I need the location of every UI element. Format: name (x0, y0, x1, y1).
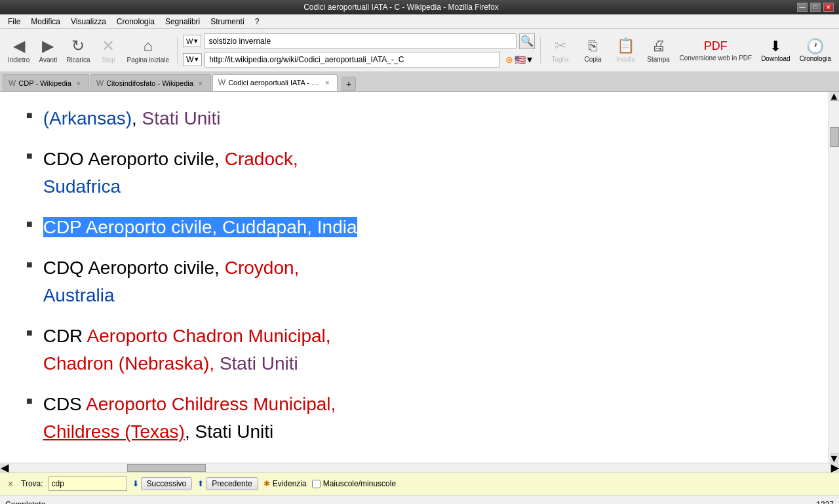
link-arkansas[interactable]: (Arkansas) (43, 108, 132, 128)
search-engine-selector[interactable]: W ▾ (183, 35, 201, 47)
find-input[interactable] (49, 476, 127, 491)
download-button[interactable]: ⬇ Download (758, 35, 792, 65)
minimize-button[interactable]: — (797, 3, 808, 12)
link-childress-airport[interactable]: Aeroporto Childress Municipal, (86, 394, 336, 414)
paste-icon: 📋 (617, 37, 634, 54)
new-tab-button[interactable]: + (341, 77, 356, 91)
rss-icon: ⊛ (505, 54, 513, 65)
home-icon: ⌂ (143, 37, 153, 55)
menu-modifica[interactable]: Modifica (26, 16, 66, 28)
find-close-button[interactable]: × (5, 478, 16, 489)
highlight-icon: ✱ (263, 479, 270, 488)
print-button[interactable]: 🖨 Stampa (644, 35, 673, 66)
status-count: 1337 (816, 500, 834, 505)
cds-suffix: , Stati Uniti (185, 421, 273, 442)
cdq-desc: Aeroporto civile, (84, 258, 225, 278)
link-statiuniti-cdr: Stati Uniti (220, 353, 298, 374)
bullet-arkansas: ■ (26, 107, 33, 123)
nav-separator (177, 37, 178, 64)
reload-icon: ↻ (71, 37, 85, 55)
cut-button[interactable]: ✂ Taglia (546, 35, 575, 66)
menu-visualizza[interactable]: Visualizza (66, 16, 111, 28)
maximize-button[interactable]: □ (810, 3, 821, 12)
bullet-cdo: ■ (26, 148, 33, 164)
wiki-search-icon: W (186, 37, 193, 45)
cronologia-button[interactable]: 🕐 Cronologia (797, 35, 834, 65)
code-cds: CDS (43, 394, 82, 414)
search-dropdown-icon: ▾ (194, 37, 198, 45)
url-prefix[interactable]: W ▾ (183, 53, 202, 66)
scrollbar-up-button[interactable]: ▲ (830, 92, 839, 101)
page-content: ■ (Arkansas), Stati Uniti ■ CDO Aeroport… (0, 92, 829, 463)
item-text-cdo: CDO Aeroporto civile, Cradock, Sudafrica (43, 145, 802, 201)
search-row: W ▾ 🔍 (183, 33, 535, 49)
page-wrapper: ■ (Arkansas), Stati Uniti ■ CDO Aeroport… (0, 92, 839, 463)
list-item-cds: ■ CDS Aeroporto Childress Municipal, Chi… (26, 391, 802, 446)
tab-citosindifosfato[interactable]: W Citosindifosfato - Wikipedia × (90, 74, 211, 91)
menu-cronologia[interactable]: Cronologia (111, 16, 160, 28)
tab-close-codici[interactable]: × (322, 78, 332, 87)
find-prev-wrapper: ⬆ Precedente (197, 477, 258, 490)
search-magnifier-icon: 🔍 (520, 35, 534, 47)
link-sudafrica[interactable]: Sudafrica (43, 176, 121, 197)
pdf-icon: PDF (704, 39, 728, 53)
menu-help[interactable]: ? (250, 16, 265, 28)
find-case-checkbox[interactable] (312, 480, 321, 488)
item-text-cds: CDS Aeroporto Childress Municipal, Child… (43, 391, 802, 446)
stop-button[interactable]: ✕ Stop (95, 34, 121, 66)
link-childress-city[interactable]: Childress (Texas) (43, 421, 185, 442)
code-cdo: CDO (43, 149, 84, 169)
tab-cdp[interactable]: W CDP - Wikipedia × (3, 74, 89, 91)
link-chadron-airport[interactable]: Aeroporto Chadron Municipal, (87, 326, 331, 346)
home-button[interactable]: ⌂ Pagina iniziale (124, 34, 172, 66)
menu-segnalibri[interactable]: Segnalibri (160, 16, 205, 28)
back-icon: ◀ (13, 37, 25, 55)
close-button[interactable]: ✕ (823, 3, 834, 12)
vertical-scrollbar[interactable]: ▲ ▼ (829, 92, 839, 463)
scrollbar-down-button[interactable]: ▼ (830, 454, 839, 463)
hscrollbar-thumb[interactable] (127, 464, 206, 472)
find-highlight-toggle[interactable]: ✱ Evidenzia (263, 479, 307, 488)
wiki-url-icon: W (186, 55, 193, 64)
link-chadron-city[interactable]: Chadron (Nebraska), (43, 353, 214, 374)
nav-toolbar: ◀ Indietro ▶ Avanti ↻ Ricarica ✕ Stop ⌂ … (0, 29, 839, 72)
flag-icon: 🇺🇸 (515, 54, 526, 65)
find-next-button[interactable]: Successivo (141, 477, 193, 490)
tab-close-cito[interactable]: × (196, 79, 205, 88)
list-item-cdr: ■ CDR Aeroporto Chadron Municipal, Chadr… (26, 322, 802, 378)
pdf-button[interactable]: PDF Conversione web in PDF (677, 37, 755, 64)
link-australia[interactable]: Australia (43, 285, 115, 305)
download-label: Download (761, 55, 790, 62)
tab-codici[interactable]: W Codici aeroportuali IATA - C - Wik... … (212, 74, 338, 91)
paste-button[interactable]: 📋 Incolla (612, 35, 640, 66)
url-input[interactable] (205, 52, 499, 68)
find-prev-button[interactable]: Precedente (206, 477, 258, 490)
scrollbar-thumb[interactable] (830, 127, 839, 147)
copy-icon: ⎘ (589, 37, 597, 54)
bullet-cdq: ■ (26, 257, 33, 273)
link-croydon[interactable]: Croydon, (225, 258, 300, 278)
menu-file[interactable]: File (3, 16, 26, 28)
nav-separator-2 (540, 37, 541, 64)
url-row: W ▾ ⊛ 🇺🇸 ▾ (183, 52, 535, 68)
search-button[interactable]: 🔍 (519, 33, 535, 49)
reload-button[interactable]: ↻ Ricarica (64, 34, 92, 66)
cdr-space2 (214, 353, 220, 374)
link-cradock[interactable]: Cradock, (225, 149, 298, 169)
paste-label: Incolla (616, 56, 635, 63)
item-text-cdr: CDR Aeroporto Chadron Municipal, Chadron… (43, 322, 802, 378)
hscrollbar-left-button[interactable]: ◀ (0, 464, 9, 472)
search-input[interactable] (204, 33, 516, 49)
tab-close-cdp[interactable]: × (74, 79, 83, 88)
find-case-toggle[interactable]: Maiuscole/minuscole (312, 479, 396, 488)
cronologia-icon: 🕐 (806, 38, 824, 55)
copy-button[interactable]: ⎘ Copia (579, 35, 608, 66)
hscrollbar-right-button[interactable]: ▶ (830, 464, 839, 472)
menu-strumenti[interactable]: Strumenti (205, 16, 249, 28)
cut-label: Taglia (551, 56, 568, 63)
forward-button[interactable]: ▶ Avanti (35, 34, 61, 66)
back-button[interactable]: ◀ Indietro (5, 34, 32, 66)
code-cdr: CDR (43, 326, 83, 346)
download-icon: ⬇ (770, 38, 781, 55)
tab-wiki-icon-cito: W (96, 79, 104, 88)
